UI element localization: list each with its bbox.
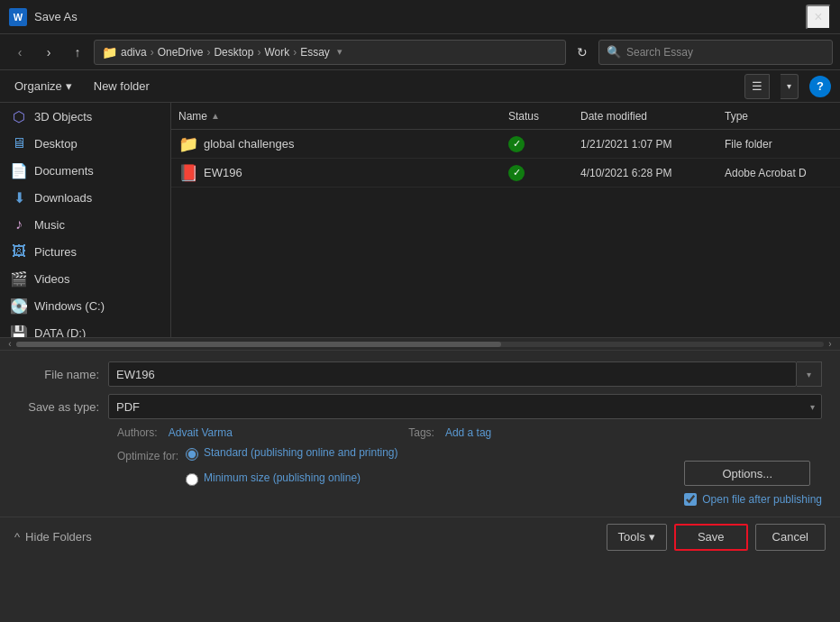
footer-buttons: Tools ▾ Save Cancel	[607, 524, 826, 551]
tools-button[interactable]: Tools ▾	[607, 524, 667, 551]
save-type-label: Save as type:	[18, 400, 108, 414]
file-status-ew196: ✓	[508, 165, 580, 181]
breadcrumb-desktop[interactable]: Desktop	[214, 46, 253, 59]
close-button[interactable]: ×	[806, 5, 831, 30]
options-area: Optimize for: Standard (publishing onlin…	[18, 446, 822, 506]
chevron-up-icon: ^	[14, 530, 20, 544]
file-date-global: 1/21/2021 1:07 PM	[580, 138, 725, 151]
save-type-wrapper: PDF ▾	[108, 394, 822, 419]
right-options: Options... Open file after publishing	[684, 446, 822, 506]
sidebar-item-desktop[interactable]: 🖥 Desktop	[0, 130, 170, 157]
videos-icon: 🎬	[11, 270, 27, 287]
sidebar-item-music[interactable]: ♪ Music	[0, 211, 170, 238]
help-button[interactable]: ?	[809, 76, 831, 97]
open-after-label[interactable]: Open file after publishing	[702, 493, 822, 506]
breadcrumb-essay[interactable]: Essay	[300, 46, 330, 59]
sidebar-item-label-pictures: Pictures	[34, 245, 77, 259]
organize-button[interactable]: Organize ▾	[9, 76, 78, 96]
search-icon: 🔍	[607, 45, 621, 59]
search-bar[interactable]: 🔍 Search Essay	[598, 40, 833, 65]
sort-arrow: ▲	[211, 111, 220, 121]
tools-label: Tools	[618, 530, 645, 544]
pictures-icon: 🖼	[11, 243, 27, 260]
forward-button[interactable]: ›	[36, 40, 61, 65]
file-date-ew196: 4/10/2021 6:28 PM	[580, 167, 725, 179]
sidebar-item-label-desktop: Desktop	[34, 137, 78, 151]
toolbar: Organize ▾ New folder ☰ ▾ ?	[0, 70, 840, 103]
data-drive-icon: 💾	[11, 325, 27, 337]
tools-caret-icon: ▾	[649, 530, 655, 544]
scroll-right-button[interactable]: ›	[824, 340, 836, 349]
breadcrumb-work[interactable]: Work	[264, 46, 289, 59]
standard-label[interactable]: Standard (publishing online and printing…	[204, 446, 397, 461]
column-type: Type	[725, 110, 833, 123]
minimum-radio-row: Minimum size (publishing online)	[186, 471, 397, 486]
breadcrumb[interactable]: 📁 adiva › OneDrive › Desktop › Work › Es…	[94, 40, 566, 65]
sidebar-item-documents[interactable]: 📄 Documents	[0, 157, 170, 184]
tags-label: Tags:	[408, 426, 434, 439]
standard-radio[interactable]	[186, 448, 198, 461]
file-name-label: File name:	[18, 368, 108, 381]
sidebar-item-label-videos: Videos	[34, 272, 70, 286]
column-name[interactable]: Name ▲	[178, 110, 508, 123]
file-name-row: File name: ▾	[18, 361, 822, 387]
file-list-header: Name ▲ Status Date modified Type	[171, 103, 840, 130]
new-folder-label: New folder	[94, 79, 150, 93]
file-name-ew196: EW196	[204, 166, 508, 179]
save-button[interactable]: Save	[674, 524, 748, 551]
file-row-ew196[interactable]: 📕 EW196 ✓ 4/10/2021 6:28 PM Adobe Acroba…	[171, 159, 840, 188]
sidebar-item-downloads[interactable]: ⬇ Downloads	[0, 184, 170, 211]
options-button[interactable]: Options...	[684, 461, 810, 486]
sidebar-item-3d-objects[interactable]: ⬡ 3D Objects	[0, 103, 170, 130]
organize-caret: ▾	[66, 79, 72, 93]
save-type-row: Save as type: PDF ▾	[18, 394, 822, 419]
downloads-icon: ⬇	[11, 189, 27, 206]
documents-icon: 📄	[11, 162, 27, 178]
scroll-left-button[interactable]: ‹	[4, 340, 16, 349]
file-type-ew196: Adobe Acrobat D	[725, 167, 833, 179]
sidebar: ⬡ 3D Objects 🖥 Desktop 📄 Documents ⬇ Dow…	[0, 103, 171, 337]
cancel-button[interactable]: Cancel	[755, 524, 826, 551]
minimum-label[interactable]: Minimum size (publishing online)	[204, 471, 361, 486]
breadcrumb-onedrive[interactable]: OneDrive	[158, 46, 204, 59]
save-type-select[interactable]: PDF	[108, 394, 822, 419]
hide-folders-button[interactable]: ^ Hide Folders	[14, 530, 92, 544]
scroll-track[interactable]	[16, 342, 824, 347]
open-after-checkbox[interactable]	[684, 493, 697, 506]
new-folder-button[interactable]: New folder	[88, 76, 155, 96]
sidebar-item-label-documents: Documents	[34, 164, 94, 178]
file-name-global: global challenges	[204, 137, 508, 151]
minimum-radio[interactable]	[186, 473, 198, 486]
app-icon: W	[9, 8, 27, 26]
file-status-global: ✓	[508, 136, 580, 152]
breadcrumb-adiva[interactable]: adiva	[121, 46, 147, 59]
refresh-button[interactable]: ↻	[570, 40, 595, 65]
open-after-row: Open file after publishing	[684, 493, 822, 506]
tags-value[interactable]: Add a tag	[445, 426, 491, 439]
search-placeholder: Search Essay	[626, 46, 693, 59]
sidebar-item-videos[interactable]: 🎬 Videos	[0, 265, 170, 292]
file-row-global-challenges[interactable]: 📁 global challenges ✓ 1/21/2021 1:07 PM …	[171, 130, 840, 159]
folder-icon: 📁	[178, 134, 198, 154]
file-name-dropdown[interactable]: ▾	[797, 361, 822, 387]
sidebar-item-data-d[interactable]: 💾 DATA (D:)	[0, 319, 170, 337]
view-button[interactable]: ☰	[744, 74, 770, 99]
sidebar-item-pictures[interactable]: 🖼 Pictures	[0, 238, 170, 265]
authors-label: Authors:	[117, 426, 158, 439]
meta-row: Authors: Advait Varma Tags: Add a tag	[117, 426, 822, 439]
horizontal-scrollbar: ‹ ›	[0, 337, 840, 350]
dropdown-arrow-icon: ▾	[807, 370, 811, 380]
view-icon: ☰	[752, 79, 762, 93]
back-button[interactable]: ‹	[7, 40, 32, 65]
form-area: File name: ▾ Save as type: PDF ▾ Authors…	[0, 350, 840, 517]
sidebar-item-label-music: Music	[34, 218, 65, 232]
view-chevron-button[interactable]: ▾	[781, 74, 799, 99]
sidebar-item-windows-c[interactable]: 💽 Windows (C:)	[0, 292, 170, 319]
nav-bar: ‹ › ↑ 📁 adiva › OneDrive › Desktop › Wor…	[0, 34, 840, 70]
synced-icon-pdf: ✓	[508, 165, 525, 181]
authors-value[interactable]: Advait Varma	[169, 426, 233, 439]
music-icon: ♪	[11, 216, 27, 233]
column-date: Date modified	[580, 110, 725, 123]
file-name-input[interactable]	[108, 361, 797, 387]
up-button[interactable]: ↑	[65, 40, 90, 65]
